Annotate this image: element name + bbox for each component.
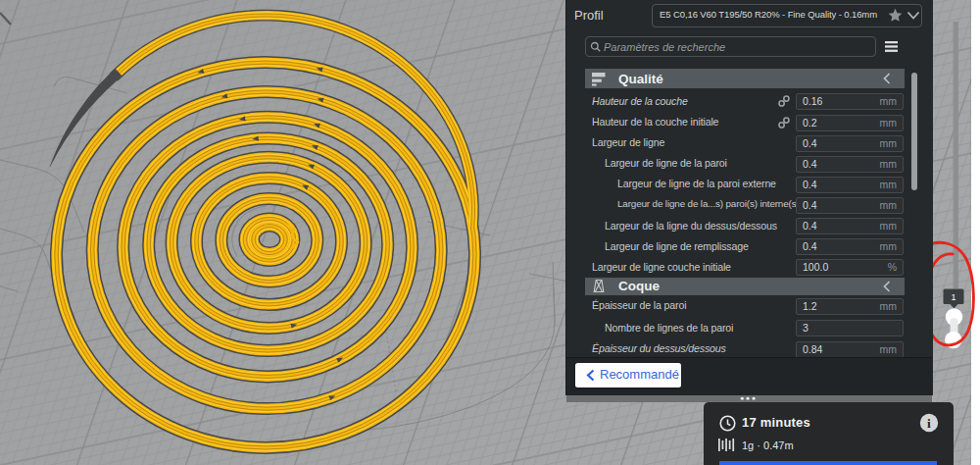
- svg-text:1: 1: [951, 292, 956, 302]
- svg-text:i: i: [927, 416, 931, 431]
